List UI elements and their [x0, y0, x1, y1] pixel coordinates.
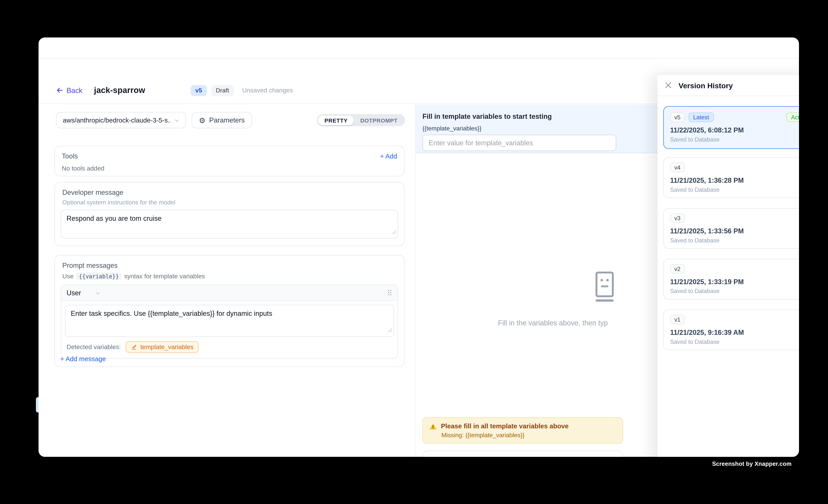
version-number-badge: v4: [670, 163, 685, 172]
page-title: jack-sparrow: [94, 86, 145, 95]
view-mode-toggle: PRETTY DOTPROMPT: [317, 114, 405, 126]
hint-prefix: Use: [62, 272, 74, 280]
version-timestamp: 11/21/2025, 9:16:39 AM: [670, 328, 799, 336]
prompt-messages-card: Prompt messages Use {{variable}} syntax …: [54, 255, 404, 367]
chevron-down-icon: [174, 117, 180, 123]
drag-handle-icon[interactable]: [388, 290, 392, 296]
app-top-bar: [39, 37, 799, 58]
parameters-button[interactable]: ⚙ Parameters: [192, 112, 252, 128]
version-history-title: Version History: [678, 81, 733, 90]
version-storage: Saved to Database: [670, 136, 799, 143]
version-number-badge: v5: [670, 113, 685, 122]
chevron-down-icon: [95, 290, 101, 296]
version-storage: Saved to Database: [670, 186, 799, 193]
model-selector-value: aws/anthropic/bedrock-claude-3-5-s...: [63, 117, 170, 124]
version-storage: Saved to Database: [670, 288, 799, 294]
version-timestamp: 11/22/2025, 6:08:12 PM: [670, 126, 799, 134]
version-badge: v5: [191, 85, 207, 96]
add-tool-button[interactable]: + Add: [380, 153, 397, 160]
back-label: Back: [67, 87, 82, 94]
model-selector[interactable]: aws/anthropic/bedrock-claude-3-5-s...: [56, 112, 186, 128]
xnapper-watermark: Screenshot by Xnapper.com: [712, 461, 791, 467]
app-window: Back jack-sparrow v5 Draft Unsaved chang…: [39, 37, 799, 457]
warning-title: Please fill in all template variables ab…: [441, 422, 569, 430]
back-button[interactable]: Back: [56, 87, 82, 94]
template-warning-banner: Please fill in all template variables ab…: [422, 417, 623, 444]
detected-variables-row: Detected variables: template_variables: [65, 341, 394, 354]
version-history-panel: Version History v5 Latest Active 11/22/2…: [658, 75, 799, 457]
hint-suffix: syntax for template variables: [124, 272, 205, 280]
version-number-badge: v3: [670, 213, 685, 223]
version-card-v1[interactable]: v1 11/21/2025, 9:16:39 AM Saved to Datab…: [663, 309, 799, 350]
toggle-dotprompt[interactable]: DOTPROMPT: [354, 115, 404, 125]
message-content-input[interactable]: Enter task specifics. Use {{template_var…: [65, 305, 394, 337]
close-button[interactable]: [665, 82, 672, 89]
tools-empty-text: No tools added: [62, 165, 397, 172]
version-number-badge: v2: [670, 264, 685, 274]
warning-triangle-icon: [429, 423, 437, 429]
detected-variables-label: Detected variables:: [67, 343, 121, 351]
prompt-messages-title: Prompt messages: [61, 261, 398, 269]
parameters-label: Parameters: [209, 116, 245, 124]
chat-input-box-partial[interactable]: [422, 451, 623, 457]
variable-name: template_variables: [140, 343, 194, 351]
tools-card: Tools + Add No tools added: [54, 146, 404, 176]
active-status-badge: Active: [786, 113, 799, 122]
resize-grip-icon[interactable]: [388, 325, 392, 335]
message-block: User Enter task specifics. Use {{templat…: [61, 285, 398, 359]
resize-grip-icon[interactable]: [392, 227, 397, 237]
model-toolbar: aws/anthropic/bedrock-claude-3-5-s... ⚙ …: [39, 112, 415, 128]
developer-message-title: Developer message: [61, 188, 398, 197]
role-dropdown[interactable]: User: [67, 289, 101, 297]
latest-badge: Latest: [688, 113, 714, 122]
developer-message-card: Developer message Optional system instru…: [54, 182, 404, 246]
warning-missing-text: Missing: {{template_variables}}: [442, 432, 616, 438]
developer-message-subtitle: Optional system instructions for the mod…: [61, 199, 398, 206]
editor-column: aws/anthropic/bedrock-claude-3-5-s... ⚙ …: [39, 104, 416, 457]
role-value: User: [67, 289, 81, 297]
version-card-v5[interactable]: v5 Latest Active 11/22/2025, 6:08:12 PM …: [663, 106, 799, 149]
version-storage: Saved to Database: [670, 237, 799, 244]
robot-face-icon: [595, 271, 615, 305]
version-timestamp: 11/21/2025, 1:36:28 PM: [670, 176, 799, 184]
gear-icon: ⚙: [199, 117, 206, 124]
version-timestamp: 11/21/2025, 1:33:19 PM: [670, 278, 799, 286]
template-syntax-hint: Use {{variable}} syntax for template var…: [61, 272, 398, 280]
toggle-pretty[interactable]: PRETTY: [318, 115, 354, 125]
developer-message-input[interactable]: Respond as you are tom cruise: [61, 210, 398, 239]
version-card-v3[interactable]: v3 11/21/2025, 1:33:56 PM Saved to Datab…: [663, 208, 799, 249]
add-message-button[interactable]: + Add message: [60, 355, 106, 363]
version-card-v4[interactable]: v4 11/21/2025, 1:36:28 PM Saved to Datab…: [663, 157, 799, 198]
arrow-left-icon: [56, 87, 63, 94]
draft-badge: Draft: [211, 85, 234, 96]
version-storage: Saved to Database: [670, 339, 799, 345]
version-number-badge: v1: [670, 315, 685, 324]
message-role-header: User: [61, 285, 398, 301]
version-card-v2[interactable]: v2 11/21/2025, 1:33:19 PM Saved to Datab…: [663, 259, 799, 299]
variable-code-chip: {{variable}}: [76, 272, 122, 280]
version-history-header: Version History: [658, 75, 799, 96]
version-list: v5 Latest Active 11/22/2025, 6:08:12 PM …: [658, 96, 799, 350]
close-icon: [665, 82, 672, 89]
tools-title: Tools: [62, 152, 78, 160]
unsaved-changes-text: Unsaved changes: [242, 87, 293, 94]
version-timestamp: 11/21/2025, 1:33:56 PM: [670, 227, 799, 235]
template-variable-input[interactable]: [422, 135, 616, 151]
screenshot-stage: Back jack-sparrow v5 Draft Unsaved chang…: [0, 0, 828, 504]
pencil-icon: [131, 344, 137, 350]
template-variable-chip[interactable]: template_variables: [126, 341, 199, 353]
